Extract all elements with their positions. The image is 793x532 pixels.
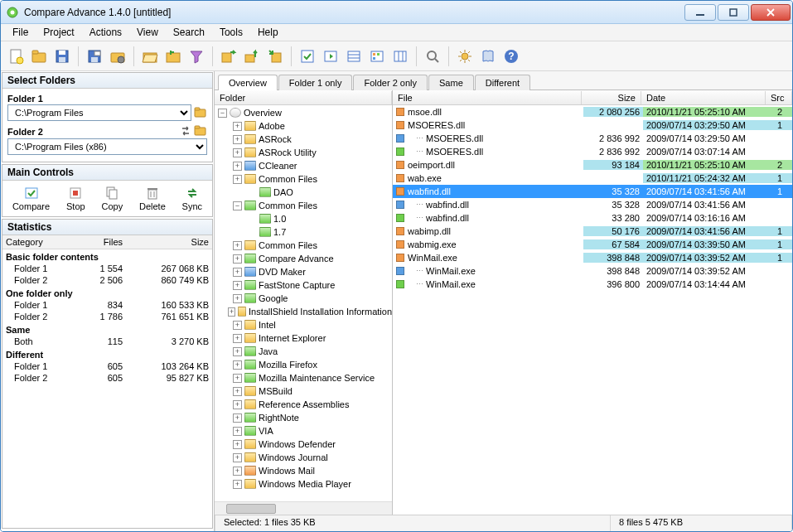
tree-expander-icon[interactable]: +	[233, 453, 242, 462]
file-row[interactable]: WinMail.exe398 8482009/07/14 03:39:52 AM…	[393, 251, 792, 264]
menu-file[interactable]: File	[6, 25, 35, 40]
tree-header[interactable]: Folder	[215, 91, 392, 104]
stats-col-size[interactable]: Size	[126, 235, 212, 249]
tree-node[interactable]: +Java	[215, 345, 392, 358]
file-row[interactable]: ⋯MSOERES.dll2 836 9922009/07/14 03:07:14…	[393, 145, 792, 158]
tree-expander-icon[interactable]: −	[233, 201, 242, 210]
tree-expander-icon[interactable]: +	[233, 334, 242, 343]
help-icon[interactable]: ?	[501, 46, 521, 66]
file-row[interactable]: wab.exe2010/11/21 05:24:32 AM1	[393, 172, 792, 185]
tree-node[interactable]: +Reference Assemblies	[215, 398, 392, 411]
tree-node[interactable]: −Overview	[215, 106, 392, 119]
settings-icon[interactable]	[455, 46, 475, 66]
compare-button[interactable]: Compare	[7, 184, 55, 213]
tree-expander-icon[interactable]: +	[233, 467, 242, 476]
export-up-icon[interactable]	[242, 46, 262, 66]
file-row[interactable]: wabimp.dll50 1762009/07/14 03:41:56 AM1	[393, 225, 792, 238]
swap-folders-icon[interactable]	[179, 124, 192, 138]
tree-expander-icon[interactable]: +	[228, 307, 235, 317]
tree-node[interactable]: DAO	[215, 186, 392, 199]
browse-folder2-icon[interactable]	[194, 124, 207, 138]
tree-node[interactable]: +Mozilla Firefox	[215, 358, 392, 371]
file-row[interactable]: wabfind.dll35 3282009/07/14 03:41:56 AM1	[393, 185, 792, 198]
tree-expander-icon[interactable]: +	[233, 241, 242, 250]
tree-node[interactable]: 1.7	[215, 225, 392, 239]
tree-expander-icon[interactable]: +	[233, 427, 242, 436]
folder-tree-icon[interactable]	[163, 46, 183, 66]
book-icon[interactable]	[478, 46, 498, 66]
file-row[interactable]: ⋯WinMail.exe398 8482009/07/14 03:39:52 A…	[393, 264, 792, 278]
list-right-icon[interactable]	[321, 46, 341, 66]
browse-folder1-icon[interactable]	[194, 106, 207, 119]
tree-expander-icon[interactable]: +	[233, 387, 242, 396]
tree-node[interactable]: 1.0	[215, 212, 392, 225]
tree-node[interactable]: +Adobe	[215, 119, 392, 133]
file-row[interactable]: ⋯wabfind.dll35 3282009/07/14 03:41:56 AM	[393, 198, 792, 211]
tree-node[interactable]: +CCleaner	[215, 159, 392, 172]
columns-icon[interactable]	[390, 46, 410, 66]
sync-button[interactable]: Sync	[177, 184, 207, 213]
copy-button[interactable]: Copy	[96, 184, 128, 213]
tree-expander-icon[interactable]: +	[233, 374, 242, 383]
stats-col-category[interactable]: Category	[2, 235, 80, 249]
list-view-icon[interactable]	[344, 46, 364, 66]
tree-expander-icon[interactable]: +	[233, 400, 242, 409]
file-row[interactable]: ⋯WinMail.exe396 8002009/07/14 03:14:44 A…	[393, 278, 792, 291]
tree-hscrollbar[interactable]	[215, 501, 392, 515]
tree-node[interactable]: +MSBuild	[215, 384, 392, 398]
file-col-file[interactable]: File	[393, 91, 582, 104]
tree-expander-icon[interactable]: +	[233, 122, 242, 131]
tree-node[interactable]: +Windows Journal	[215, 451, 392, 464]
stats-col-files[interactable]: Files	[80, 235, 126, 249]
tree-expander-icon[interactable]: +	[233, 281, 242, 290]
tree-node[interactable]: +DVD Maker	[215, 265, 392, 278]
tree-node[interactable]: +Internet Explorer	[215, 331, 392, 345]
file-row[interactable]: ⋯wabfind.dll33 2802009/07/14 03:16:16 AM	[393, 211, 792, 225]
tree-node[interactable]: +Windows Mail	[215, 464, 392, 477]
import-icon[interactable]	[265, 46, 285, 66]
tree-node[interactable]: +Compare Advance	[215, 252, 392, 265]
open-folder-icon[interactable]	[29, 46, 49, 66]
menu-project[interactable]: Project	[36, 25, 80, 40]
tree-node[interactable]: +VIA	[215, 424, 392, 438]
tab-overview[interactable]: Overview	[218, 75, 278, 90]
tree-node[interactable]: +Google	[215, 292, 392, 305]
tree-node[interactable]: +FastStone Capture	[215, 278, 392, 292]
tree-node[interactable]: +Mozilla Maintenance Service	[215, 371, 392, 384]
search-icon[interactable]	[423, 46, 442, 66]
checkbox-icon[interactable]	[297, 46, 317, 66]
menu-actions[interactable]: Actions	[83, 25, 128, 40]
tab-same[interactable]: Same	[428, 75, 474, 90]
grid-view-icon[interactable]	[367, 46, 387, 66]
tree-expander-icon[interactable]: +	[233, 268, 242, 277]
menu-view[interactable]: View	[130, 25, 165, 40]
file-list[interactable]: msoe.dll2 080 2562010/11/21 05:25:10 AM2…	[393, 105, 792, 515]
tree-node[interactable]: +ASRock	[215, 133, 392, 146]
folder-tree[interactable]: −Overview+Adobe+ASRock+ASRock Utility+CC…	[215, 105, 392, 501]
file-col-size[interactable]: Size	[582, 91, 641, 104]
tree-expander-icon[interactable]: +	[233, 440, 242, 449]
new-file-icon[interactable]	[6, 46, 26, 66]
tree-node[interactable]: +InstallShield Installation Information	[215, 305, 392, 318]
menu-search[interactable]: Search	[167, 25, 211, 40]
menu-tools[interactable]: Tools	[213, 25, 249, 40]
menu-help[interactable]: Help	[251, 25, 285, 40]
tab-different[interactable]: Different	[475, 75, 530, 90]
maximize-button[interactable]	[718, 4, 749, 21]
close-button[interactable]	[751, 4, 791, 21]
save-project-icon[interactable]	[85, 46, 104, 66]
delete-button[interactable]: Delete	[134, 184, 171, 213]
tree-node[interactable]: +Windows Media Player	[215, 477, 392, 491]
tree-expander-icon[interactable]: +	[233, 347, 242, 356]
file-row[interactable]: MSOERES.dll2009/07/14 03:29:50 AM1	[393, 118, 792, 132]
tree-node[interactable]: +Intel	[215, 318, 392, 331]
minimize-button[interactable]	[684, 4, 716, 21]
folder-open-icon[interactable]	[140, 46, 160, 66]
tree-expander-icon[interactable]: +	[233, 162, 242, 171]
tree-node[interactable]: +RightNote	[215, 411, 392, 424]
tab-folder-1-only[interactable]: Folder 1 only	[278, 75, 353, 90]
tree-expander-icon[interactable]: −	[218, 109, 227, 118]
tree-node[interactable]: +Windows Defender	[215, 438, 392, 451]
tree-expander-icon[interactable]: +	[233, 148, 242, 157]
export-right-icon[interactable]	[219, 46, 239, 66]
